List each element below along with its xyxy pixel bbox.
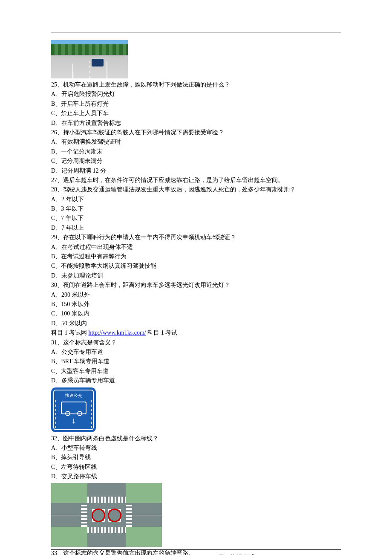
- option: D、在车前方设置警告标志: [51, 119, 341, 128]
- question-25-image: [51, 40, 341, 78]
- question-27: 27、遇后车超车时，在条件许可的情况下应减速靠右让路，是为了给后车留出超车空间。: [51, 176, 341, 185]
- option: C、7 年以下: [51, 214, 341, 223]
- option: B、掉头引导线: [51, 453, 341, 462]
- option: A、2 年以下: [51, 195, 341, 204]
- option: A、200 米以外: [51, 290, 341, 300]
- question-28: 28、驾驶人违反交通运输管理法规发生重大事故后，因逃逸致人死亡的，处多少年有期徒…: [51, 185, 341, 194]
- question-number: 30: [51, 282, 57, 288]
- option: C、大型客车专用车道: [51, 367, 341, 376]
- option: A、有效期满换发驾驶证时: [51, 137, 341, 147]
- option: B、150 米以外: [51, 300, 341, 309]
- header-rule: [51, 32, 341, 32]
- question-30: 30、夜间在道路上会车时，距离对向来车多远将远光灯改用近光灯？: [51, 280, 341, 290]
- question-number: 27: [51, 177, 57, 183]
- option: C、记分周期未满分: [51, 156, 341, 166]
- option: C、不能按照教学大纲认真练习驾驶技能: [51, 261, 341, 271]
- option: B、BRT 车辆专用车道: [51, 357, 341, 366]
- link-suffix: 科目 1 考试: [146, 330, 178, 336]
- option: B、开启车上所有灯光: [51, 99, 341, 109]
- option: C、左弯待转区线: [51, 462, 341, 472]
- option: D、未参加理论培训: [51, 271, 341, 280]
- option: D、50 米以内: [51, 319, 341, 328]
- option: C、100 米以内: [51, 309, 341, 318]
- question-number: 26: [51, 129, 57, 136]
- question-text: 机动车在道路上发生故障，难以移动时下列做法正确的是什么？: [63, 81, 230, 88]
- question-text: 夜间在道路上会车时，距离对向来车多远将远光灯改用近光灯？: [63, 282, 230, 288]
- question-25: 25、机动车在道路上发生故障，难以移动时下列做法正确的是什么？: [51, 80, 341, 90]
- option: D、多乘员车辆专用车道: [51, 376, 341, 385]
- option: A、开启危险报警闪光灯: [51, 90, 341, 99]
- option: B、在考试过程中有舞弊行为: [51, 252, 341, 261]
- question-32: 32、图中圈内两条白色虚线是什么标线？: [51, 434, 341, 443]
- question-29: 29、存在以下哪种行为的申请人在一年内不得再次申领机动车驾驶证？: [51, 233, 341, 242]
- option: A、在考试过程中出现身体不适: [51, 243, 341, 252]
- question-number: 29: [51, 234, 57, 240]
- option: D、7 年以上: [51, 223, 341, 233]
- page-footer: 科目一考试 http://www.km1ks.com 科目一模拟考试 2016: [0, 553, 392, 555]
- option: C、禁止车上人员下车: [51, 109, 341, 118]
- option: A、小型车转弯线: [51, 443, 341, 453]
- question-number: 25: [51, 81, 57, 88]
- question-31: 31、这个标志是何含义？: [51, 338, 341, 347]
- question-text: 图中圈内两条白色虚线是什么标线？: [63, 435, 159, 442]
- question-number: 32: [51, 435, 57, 442]
- question-number: 31: [51, 339, 57, 346]
- question-number: 28: [51, 186, 57, 193]
- question-32-image: [51, 483, 341, 547]
- link-prefix: 科目 1 考试网: [51, 330, 89, 336]
- footer-rule: [51, 549, 341, 550]
- option: A、公交车专用车道: [51, 347, 341, 357]
- question-26: 26、持小型汽车驾驶证的驾驶人在下列哪种情况下需要接受审验？: [51, 128, 341, 137]
- question-text: 遇后车超车时，在条件许可的情况下应减速靠右让路，是为了给后车留出超车空间。: [63, 177, 284, 183]
- question-text: 持小型汽车驾驶证的驾驶人在下列哪种情况下需要接受审验？: [63, 129, 224, 136]
- option: D、记分周期满 12 分: [51, 166, 341, 176]
- option: B、3 年以下: [51, 204, 341, 214]
- option: B、一个记分周期末: [51, 147, 341, 156]
- question-31-image: 快速公交 ↓: [51, 387, 341, 432]
- question-text: 驾驶人违反交通运输管理法规发生重大事故后，因逃逸致人死亡的，处多少年有期徒刑？: [63, 186, 296, 193]
- option: D、交叉路停车线: [51, 472, 341, 481]
- question-text: 存在以下哪种行为的申请人在一年内不得再次申领机动车驾驶证？: [63, 234, 236, 240]
- reference-link[interactable]: http://www.km1ks.com/: [89, 330, 146, 336]
- reference-link-line: 科目 1 考试网 http://www.km1ks.com/ 科目 1 考试: [51, 328, 341, 338]
- question-text: 这个标志是何含义？: [63, 339, 117, 346]
- sign-label: 快速公交: [65, 392, 82, 399]
